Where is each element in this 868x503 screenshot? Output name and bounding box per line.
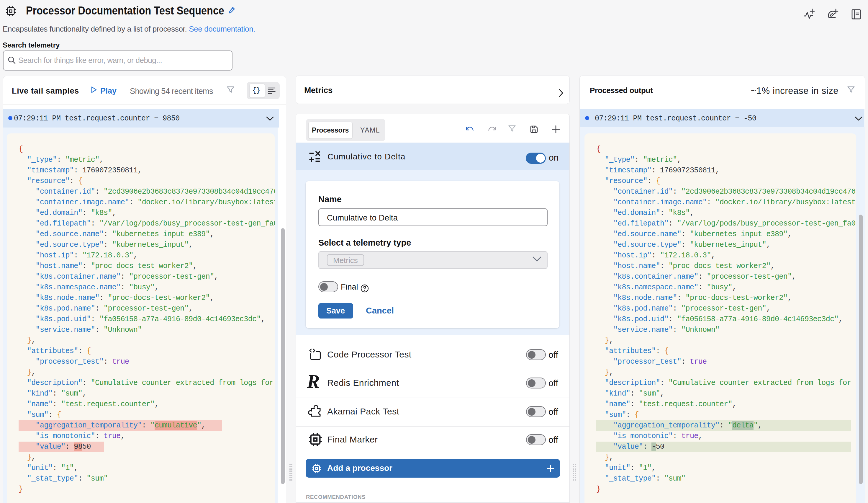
svg-text:R: R xyxy=(307,373,320,391)
